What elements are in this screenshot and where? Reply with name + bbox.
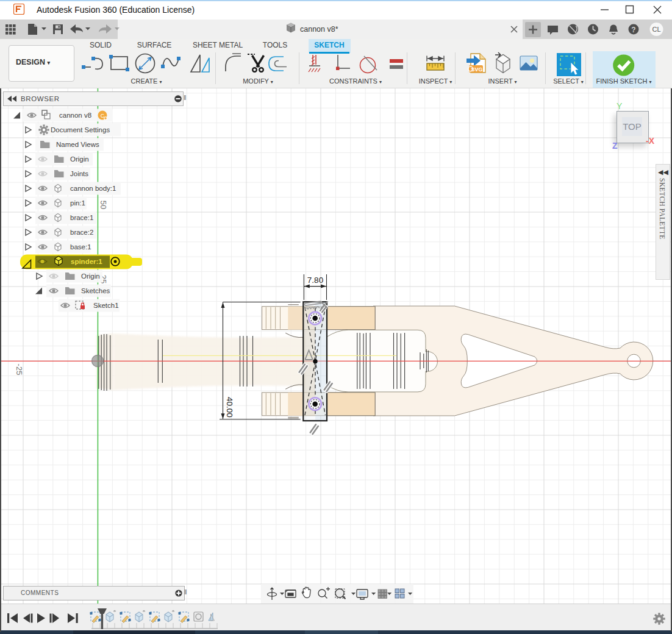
svg-text:cannon v8*: cannon v8* <box>300 25 338 34</box>
svg-text:cannon body:1: cannon body:1 <box>70 185 116 192</box>
svg-text:spinder:1: spinder:1 <box>71 258 102 265</box>
svg-text:Named Views: Named Views <box>56 141 99 148</box>
svg-text:Origin: Origin <box>81 272 100 280</box>
svg-text:?: ? <box>631 26 635 34</box>
svg-text:-25: -25 <box>15 364 24 376</box>
svg-text:brace:2: brace:2 <box>70 229 93 236</box>
svg-text:brace:1: brace:1 <box>70 214 93 221</box>
svg-text:7.80: 7.80 <box>307 276 323 285</box>
svg-text:Sketches: Sketches <box>81 287 110 294</box>
svg-text:CL: CL <box>652 26 660 33</box>
svg-text:Document Settings: Document Settings <box>51 126 110 134</box>
svg-text:base:1: base:1 <box>70 243 91 251</box>
svg-text:pin:1: pin:1 <box>70 199 85 207</box>
svg-text:Origin: Origin <box>70 155 89 163</box>
svg-text:40.00: 40.00 <box>225 397 234 418</box>
svg-text:cannon v8: cannon v8 <box>59 112 91 119</box>
svg-text:Joints: Joints <box>70 170 88 177</box>
svg-text:Sketch1: Sketch1 <box>93 302 119 309</box>
